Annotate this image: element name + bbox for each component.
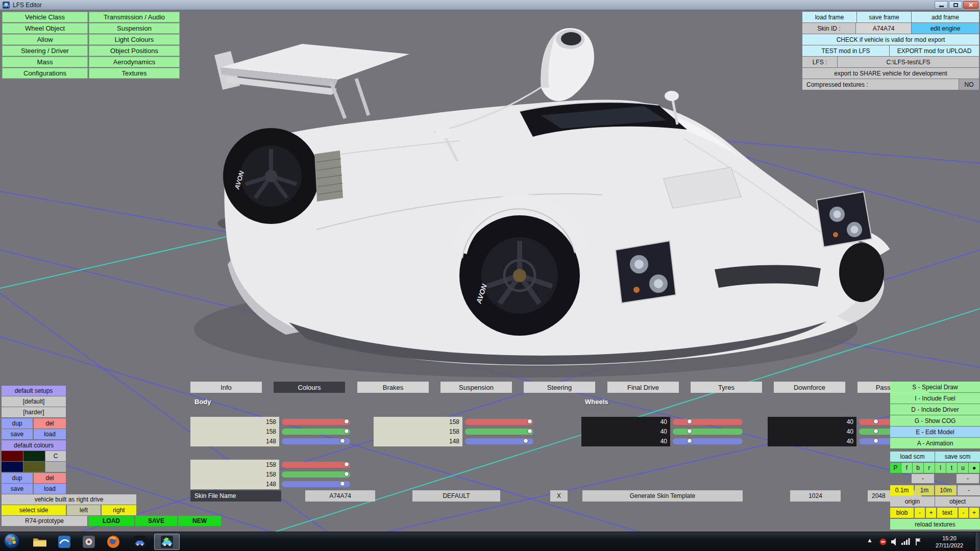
setup-item-default[interactable]: [default] <box>2 396 66 407</box>
load-frame-button[interactable]: load frame <box>802 12 856 22</box>
right-drive-label[interactable]: vehicle built as right drive <box>2 494 136 505</box>
tab-brakes[interactable]: Brakes <box>357 382 429 393</box>
body2-red-slider[interactable] <box>282 462 350 468</box>
colours-load-button[interactable]: load <box>34 484 66 494</box>
save-frame-button[interactable]: save frame <box>857 12 911 22</box>
hidden-icons-arrow[interactable]: ▲ <box>867 537 873 544</box>
menu-transmission-audio[interactable]: Transmission / Audio <box>89 12 180 22</box>
slider-knob[interactable] <box>340 481 345 486</box>
colour-swatch-4[interactable] <box>23 462 45 472</box>
slider-knob[interactable] <box>527 419 532 424</box>
start-button[interactable] <box>2 533 22 549</box>
save-scm-button[interactable]: save scm <box>935 452 980 462</box>
menu-vehicle-class[interactable]: Vehicle Class <box>2 12 88 22</box>
tab-colours[interactable]: Colours <box>274 382 345 393</box>
wheel1-red-slider[interactable] <box>673 419 743 425</box>
menu-light-colours[interactable]: Light Colours <box>89 34 180 45</box>
slider-knob[interactable] <box>344 471 349 477</box>
toggle-include-driver[interactable]: D - Include Driver <box>890 404 980 415</box>
slider-knob[interactable] <box>344 429 349 434</box>
slider-knob[interactable] <box>344 462 349 467</box>
save-vehicle-button[interactable]: SAVE <box>135 516 177 526</box>
dash-button-1[interactable]: - <box>912 474 934 483</box>
skin-id-value[interactable]: A74A74 <box>856 23 911 34</box>
slider-knob[interactable] <box>344 419 349 424</box>
toggle-animation[interactable]: A - Animation <box>890 438 980 448</box>
slider-knob[interactable] <box>523 438 528 443</box>
text-plus-button[interactable]: + <box>969 508 979 518</box>
body2-green-slider[interactable] <box>282 471 350 478</box>
minimize-button[interactable] <box>935 1 948 9</box>
skin-default-button[interactable]: DEFAULT <box>412 490 500 502</box>
body3-red-slider[interactable] <box>465 419 533 425</box>
text-minus-button[interactable]: - <box>959 508 968 518</box>
blob-plus-button[interactable]: + <box>926 508 936 518</box>
view-button-left[interactable]: l <box>935 463 946 473</box>
view-button-right[interactable]: r <box>924 463 935 473</box>
clock[interactable]: 15:20 27/11/2022 <box>929 533 970 550</box>
slider-knob[interactable] <box>687 419 692 424</box>
titlebar[interactable]: LFS Editor ✕ <box>0 0 980 10</box>
setup-save-button[interactable]: save <box>2 429 33 439</box>
view-button-dot[interactable]: ● <box>969 463 979 473</box>
side-left-button[interactable]: left <box>67 505 101 515</box>
colour-swatch-2[interactable] <box>23 451 45 461</box>
copy-colour-button[interactable]: C <box>45 451 66 461</box>
menu-textures[interactable]: Textures <box>89 68 180 79</box>
skin-clear-button[interactable]: X <box>550 490 568 502</box>
setup-item-harder[interactable]: [harder] <box>2 407 66 417</box>
default-colours-header[interactable]: default colours <box>2 440 66 450</box>
setup-dup-button[interactable]: dup <box>2 418 33 429</box>
load-vehicle-button[interactable]: LOAD <box>88 516 134 526</box>
generate-skin-template-button[interactable]: Generate Skin Template <box>582 490 743 502</box>
body3-blue-slider[interactable] <box>465 438 533 444</box>
menu-configurations[interactable]: Configurations <box>2 68 88 79</box>
tray-icons[interactable] <box>879 537 923 547</box>
taskbar-firefox-icon[interactable] <box>102 534 125 550</box>
wheel1-green-slider[interactable] <box>673 429 743 435</box>
dash-button-2[interactable]: - <box>957 474 979 483</box>
default-setups-header[interactable]: default setups <box>2 386 66 396</box>
vehicle-name[interactable]: R74-prototype <box>2 516 87 526</box>
slider-knob[interactable] <box>687 429 692 434</box>
grid-1m-button[interactable]: 1m <box>915 485 934 495</box>
setup-del-button[interactable]: del <box>34 418 66 429</box>
colours-save-button[interactable]: save <box>2 484 33 494</box>
menu-steering-driver[interactable]: Steering / Driver <box>2 45 88 56</box>
grid-0-1m-button[interactable]: 0.1m <box>890 485 914 495</box>
share-export-button[interactable]: export to SHARE vehicle for development <box>802 68 979 79</box>
body3-green-slider[interactable] <box>465 429 533 435</box>
lfs-path[interactable]: C:\LFS-test\LFS <box>838 57 979 67</box>
tab-downforce[interactable]: Downforce <box>774 382 845 393</box>
menu-object-positions[interactable]: Object Positions <box>89 45 180 56</box>
maximize-button[interactable] <box>949 1 962 9</box>
view-button-front[interactable]: f <box>901 463 912 473</box>
wheel1-blue-slider[interactable] <box>673 438 743 444</box>
slider-knob[interactable] <box>873 419 878 424</box>
body1-blue-slider[interactable] <box>282 438 350 444</box>
select-side-button[interactable]: select side <box>2 505 66 515</box>
body1-red-slider[interactable] <box>282 419 350 425</box>
show-desktop-button[interactable] <box>975 532 980 551</box>
colour-swatch-1[interactable] <box>2 451 23 461</box>
skin-name-value[interactable]: A74A74 <box>305 490 375 502</box>
slider-knob[interactable] <box>340 438 345 443</box>
taskbar-lfs-editor-icon[interactable] <box>154 534 180 550</box>
text-button[interactable]: text <box>937 508 958 518</box>
slider-knob[interactable] <box>873 429 878 434</box>
taskbar-lfs-icon[interactable] <box>129 534 151 550</box>
toggle-edit-model[interactable]: E - Edit Model <box>890 427 980 437</box>
menu-allow[interactable]: Allow <box>2 34 88 45</box>
slider-knob[interactable] <box>873 438 878 443</box>
check-valid-button[interactable]: CHECK if vehicle is valid for mod export <box>802 34 979 45</box>
test-mod-button[interactable]: TEST mod in LFS <box>802 45 889 56</box>
taskbar-utility-icon[interactable] <box>78 534 100 550</box>
origin-button[interactable]: origin <box>890 496 935 507</box>
blob-minus-button[interactable]: - <box>915 508 925 518</box>
body1-green-slider[interactable] <box>282 429 350 435</box>
grid-off-button[interactable]: - <box>958 485 980 495</box>
toggle-special-draw[interactable]: S - Special Draw <box>890 382 980 392</box>
view-button-p[interactable]: P <box>890 463 901 473</box>
side-right-button[interactable]: right <box>102 505 136 515</box>
close-button[interactable]: ✕ <box>963 1 978 9</box>
